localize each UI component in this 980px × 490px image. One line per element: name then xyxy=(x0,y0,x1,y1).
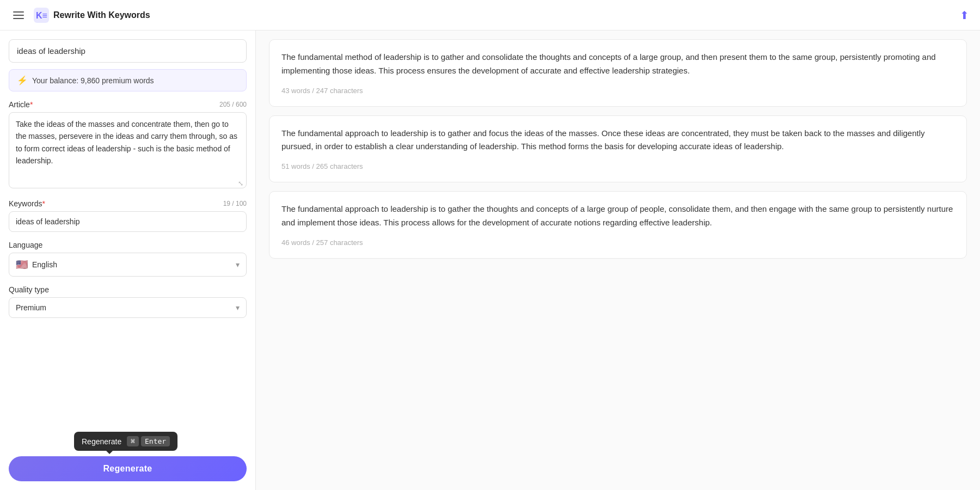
balance-label: Your balance: 9,860 premium words xyxy=(32,76,154,85)
result-card-2: The fundamental approach to leadership i… xyxy=(269,115,967,183)
share-button[interactable]: ⬆ xyxy=(960,9,969,22)
article-label: Article* xyxy=(9,100,33,109)
quality-dropdown[interactable]: Premium ▾ xyxy=(9,297,247,318)
result-card-3: The fundamental approach to leadership i… xyxy=(269,191,967,259)
article-section: Article* 205 / 600 Take the ideas of the… xyxy=(9,100,247,191)
topic-input[interactable] xyxy=(9,39,247,63)
chevron-down-icon: ▾ xyxy=(236,260,240,269)
language-section: Language 🇺🇸 English ▾ xyxy=(9,241,247,277)
tooltip-wrapper: Regenerate ⌘ Enter xyxy=(41,432,177,451)
left-panel-bottom: Regenerate ⌘ Enter Regenerate xyxy=(0,426,255,490)
result-card-1: The fundamental method of leadership is … xyxy=(269,39,967,107)
tooltip-bar: Regenerate ⌘ Enter xyxy=(74,432,177,451)
right-panel: The fundamental method of leadership is … xyxy=(256,30,980,490)
article-label-row: Article* 205 / 600 xyxy=(9,100,247,109)
flag-icon: 🇺🇸 xyxy=(16,259,28,271)
quality-section: Quality type Premium ▾ xyxy=(9,285,247,318)
left-panel-scroll: ⚡ Your balance: 9,860 premium words Arti… xyxy=(0,30,255,426)
language-label-row: Language xyxy=(9,241,247,249)
kbd-cmd: ⌘ xyxy=(127,436,139,446)
tooltip-label: Regenerate xyxy=(82,437,121,446)
quality-value: Premium xyxy=(16,303,46,312)
logo-area: K≡ Rewrite With Keywords xyxy=(34,8,150,23)
quality-chevron-icon: ▾ xyxy=(236,303,240,312)
article-required: * xyxy=(30,100,33,109)
main-layout: ⚡ Your balance: 9,860 premium words Arti… xyxy=(0,30,980,490)
app-title: Rewrite With Keywords xyxy=(53,10,150,20)
resize-icon: ⤡ xyxy=(238,180,243,187)
lightning-icon: ⚡ xyxy=(17,75,28,85)
regenerate-button[interactable]: Regenerate xyxy=(9,456,247,481)
result-text-1: The fundamental method of leadership is … xyxy=(281,51,954,78)
quality-dropdown-left: Premium xyxy=(16,303,46,312)
svg-text:K≡: K≡ xyxy=(36,11,47,20)
keywords-input[interactable] xyxy=(9,211,247,232)
article-textarea-wrapper: Take the ideas of the masses and concent… xyxy=(9,112,247,191)
result-meta-3: 46 words / 257 characters xyxy=(281,238,363,247)
header-left: K≡ Rewrite With Keywords xyxy=(11,8,150,23)
language-dropdown-left: 🇺🇸 English xyxy=(16,259,57,271)
tooltip-kbd: ⌘ Enter xyxy=(127,436,170,446)
tooltip-arrow xyxy=(106,451,113,454)
keywords-section: Keywords* 19 / 100 xyxy=(9,199,247,232)
result-text-3: The fundamental approach to leadership i… xyxy=(281,203,954,230)
header: K≡ Rewrite With Keywords ⬆ xyxy=(0,0,980,30)
result-meta-2: 51 words / 265 characters xyxy=(281,162,363,170)
keywords-counter: 19 / 100 xyxy=(223,200,247,207)
keywords-label-row: Keywords* 19 / 100 xyxy=(9,199,247,208)
menu-button[interactable] xyxy=(11,9,26,21)
quality-label: Quality type xyxy=(9,285,49,294)
result-text-2: The fundamental approach to leadership i… xyxy=(281,127,954,154)
kbd-enter: Enter xyxy=(141,436,170,446)
article-counter: 205 / 600 xyxy=(219,101,247,108)
left-panel: ⚡ Your balance: 9,860 premium words Arti… xyxy=(0,30,256,490)
balance-box: ⚡ Your balance: 9,860 premium words xyxy=(9,69,247,91)
language-value: English xyxy=(32,260,57,269)
result-meta-1: 43 words / 247 characters xyxy=(281,87,363,95)
article-textarea[interactable]: Take the ideas of the masses and concent… xyxy=(9,112,247,188)
keywords-required: * xyxy=(42,199,45,208)
logo-icon: K≡ xyxy=(34,8,49,23)
language-label: Language xyxy=(9,241,42,249)
keywords-label: Keywords* xyxy=(9,199,45,208)
quality-label-row: Quality type xyxy=(9,285,247,294)
language-dropdown[interactable]: 🇺🇸 English ▾ xyxy=(9,253,247,277)
